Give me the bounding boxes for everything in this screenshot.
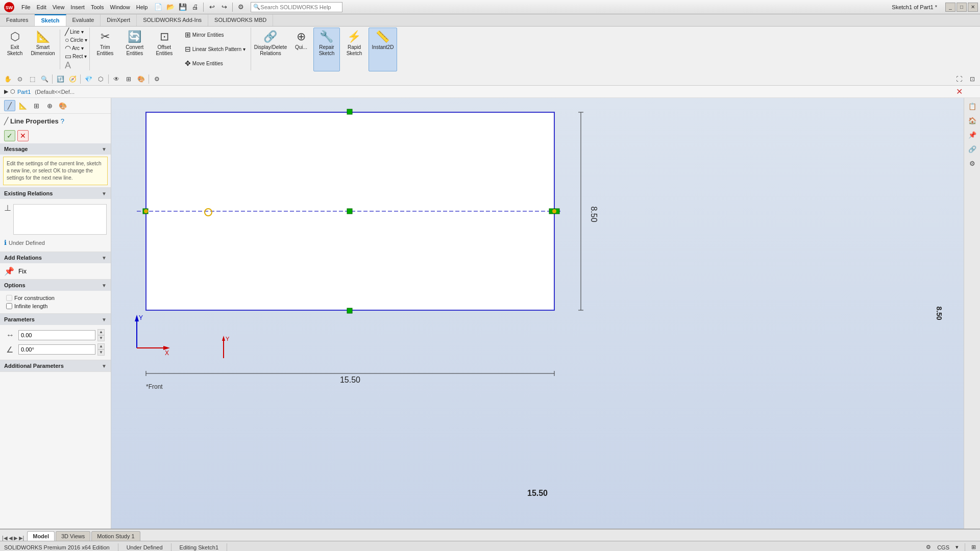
- param1-up[interactable]: ▲: [97, 329, 105, 335]
- tab-sketch[interactable]: Sketch: [35, 14, 66, 26]
- parameters-header[interactable]: Parameters ▼: [0, 314, 111, 325]
- display-delete-btn[interactable]: 🔗 Display/Delete Relations: [252, 28, 289, 71]
- tab-motion-study[interactable]: Motion Study 1: [91, 531, 140, 541]
- infinite-length-checkbox[interactable]: [6, 303, 12, 309]
- minimize-btn[interactable]: _: [945, 3, 955, 12]
- appearance-btn[interactable]: 🎨: [135, 73, 146, 85]
- right-panel-btn1[interactable]: 📋: [966, 100, 978, 112]
- tab-evaluate[interactable]: Evaluate: [66, 14, 101, 26]
- exit-sketch-btn[interactable]: ⬡ Exit Sketch: [2, 28, 28, 71]
- tab-mbd[interactable]: SOLIDWORKS MBD: [208, 14, 273, 26]
- tab-nav-first[interactable]: |◀: [2, 535, 8, 541]
- add-relations-header[interactable]: Add Relations ▼: [0, 252, 111, 263]
- smart-dim-icon[interactable]: 📐: [17, 100, 29, 111]
- ok-button[interactable]: ✓: [4, 130, 15, 141]
- quick-snaps-btn[interactable]: ⊕ Qui...: [290, 28, 312, 71]
- search-bar[interactable]: 🔍: [251, 2, 342, 12]
- menu-tools[interactable]: Tools: [88, 3, 107, 11]
- param2-up[interactable]: ▲: [97, 343, 105, 349]
- line-tool-btn[interactable]: ╱ Line ▾: [65, 28, 87, 36]
- zoom-fit-btn[interactable]: ⊙: [14, 73, 26, 85]
- tab-dimxpert[interactable]: DimXpert: [101, 14, 137, 26]
- wireframe-btn[interactable]: ⬡: [95, 73, 106, 85]
- cancel-button[interactable]: ✕: [17, 130, 29, 141]
- options-header[interactable]: Options ▼: [0, 280, 111, 291]
- param2-input[interactable]: [18, 344, 95, 355]
- menu-file[interactable]: File: [18, 3, 34, 11]
- options-btn[interactable]: ⚙: [235, 2, 247, 13]
- breadcrumb-part[interactable]: Part1: [17, 89, 31, 95]
- sketch-grid-icon[interactable]: ⊞: [31, 100, 42, 111]
- relations-list[interactable]: [13, 204, 107, 235]
- line-properties-icon[interactable]: ╱: [4, 100, 15, 111]
- trim-entities-btn[interactable]: ✂ Trim Entities: [91, 28, 119, 71]
- existing-relations-header[interactable]: Existing Relations ▼: [0, 188, 111, 199]
- tab-model[interactable]: Model: [27, 531, 55, 541]
- instant2d-icon: 📏: [376, 30, 389, 43]
- menu-view[interactable]: View: [50, 3, 68, 11]
- convert-entities-btn[interactable]: 🔄 Convert Entities: [120, 28, 149, 71]
- open-btn[interactable]: 📂: [165, 2, 176, 13]
- rect-tool-btn[interactable]: ▭ Rect ▾: [65, 52, 87, 60]
- tab-nav-last[interactable]: ▶|: [19, 535, 24, 541]
- mirror-entities-btn[interactable]: ⊞ Mirror Entities: [183, 30, 248, 40]
- offset-entities-btn[interactable]: ⊡ Offset Entities: [150, 28, 179, 71]
- tab-addins[interactable]: SOLIDWORKS Add-Ins: [137, 14, 208, 26]
- rapid-sketch-btn[interactable]: ⚡ Rapid Sketch: [341, 28, 368, 71]
- arc-tool-btn[interactable]: ◠ Arc ▾: [65, 44, 87, 52]
- expand-icon[interactable]: ⊞: [971, 544, 976, 550]
- normal-size-btn[interactable]: ⊡: [967, 73, 978, 85]
- maximize-btn[interactable]: □: [957, 3, 967, 12]
- zoom-selection-btn[interactable]: 🔍: [39, 73, 50, 85]
- rotate-btn[interactable]: 🔃: [55, 73, 66, 85]
- move-entities-btn[interactable]: ✥ Move Entities: [183, 58, 248, 68]
- search-input[interactable]: [260, 4, 337, 10]
- section-view-btn[interactable]: ⊞: [123, 73, 134, 85]
- menu-edit[interactable]: Edit: [34, 3, 50, 11]
- tab-3d-views[interactable]: 3D Views: [56, 531, 90, 541]
- print-btn[interactable]: 🖨: [189, 2, 201, 13]
- sketch-canvas-area[interactable]: 15.50 8.50: [111, 98, 964, 529]
- view-settings-btn[interactable]: ⚙: [151, 73, 162, 85]
- font-btn[interactable]: A: [65, 60, 87, 71]
- menu-window[interactable]: Window: [107, 3, 133, 11]
- param1-down[interactable]: ▼: [97, 335, 105, 341]
- smart-dimension-btn[interactable]: 📐 Smart Dimension: [29, 28, 57, 71]
- menu-insert[interactable]: Insert: [67, 3, 88, 11]
- menu-help[interactable]: Help: [133, 3, 151, 11]
- param1-input[interactable]: [18, 330, 95, 340]
- close-panel-btn[interactable]: ✕: [956, 87, 963, 96]
- view-orient-btn[interactable]: 🧭: [67, 73, 78, 85]
- param2-down[interactable]: ▼: [97, 349, 105, 356]
- shading-btn[interactable]: 💎: [83, 73, 94, 85]
- color-icon[interactable]: 🎨: [57, 100, 68, 111]
- for-construction-checkbox[interactable]: [6, 295, 12, 301]
- tab-nav-next[interactable]: ▶: [14, 535, 18, 541]
- tree-collapse-icon[interactable]: ▶: [4, 88, 8, 95]
- right-panel-btn3[interactable]: 📌: [966, 129, 978, 141]
- undo-btn[interactable]: ↩: [206, 2, 217, 13]
- additional-params-header[interactable]: Additional Parameters ▼: [0, 360, 111, 371]
- linear-sketch-btn[interactable]: ⊟ Linear Sketch Pattern ▾: [183, 44, 248, 54]
- new-btn[interactable]: 📄: [153, 2, 164, 13]
- right-panel-btn5[interactable]: ⚙: [966, 157, 978, 169]
- hide-show-btn[interactable]: 👁: [111, 73, 122, 85]
- tab-features[interactable]: Features: [0, 14, 35, 26]
- repair-sketch-btn[interactable]: 🔧 Repair Sketch: [313, 28, 340, 71]
- zoom-area-btn[interactable]: ⬚: [27, 73, 38, 85]
- right-panel-btn2[interactable]: 🏠: [966, 114, 978, 127]
- pan-btn[interactable]: ✋: [2, 73, 13, 85]
- panel-help-icon[interactable]: ?: [61, 117, 64, 125]
- coord-icon[interactable]: ⊕: [44, 100, 55, 111]
- fullscreen-btn[interactable]: ⛶: [953, 73, 965, 85]
- display-delete-label: Display/Delete Relations: [254, 44, 287, 57]
- instant2d-btn[interactable]: 📏 Instant2D: [369, 28, 397, 71]
- tab-nav-prev[interactable]: ◀: [9, 535, 13, 541]
- close-btn[interactable]: ✕: [968, 3, 978, 12]
- right-panel-btn4[interactable]: 🔗: [966, 143, 978, 155]
- redo-btn[interactable]: ↪: [218, 2, 230, 13]
- units-arrow[interactable]: ▾: [955, 544, 959, 550]
- circle-tool-btn[interactable]: ○ Circle ▾: [65, 36, 87, 44]
- save-btn[interactable]: 💾: [177, 2, 188, 13]
- message-section-header[interactable]: Message ▼: [0, 143, 111, 155]
